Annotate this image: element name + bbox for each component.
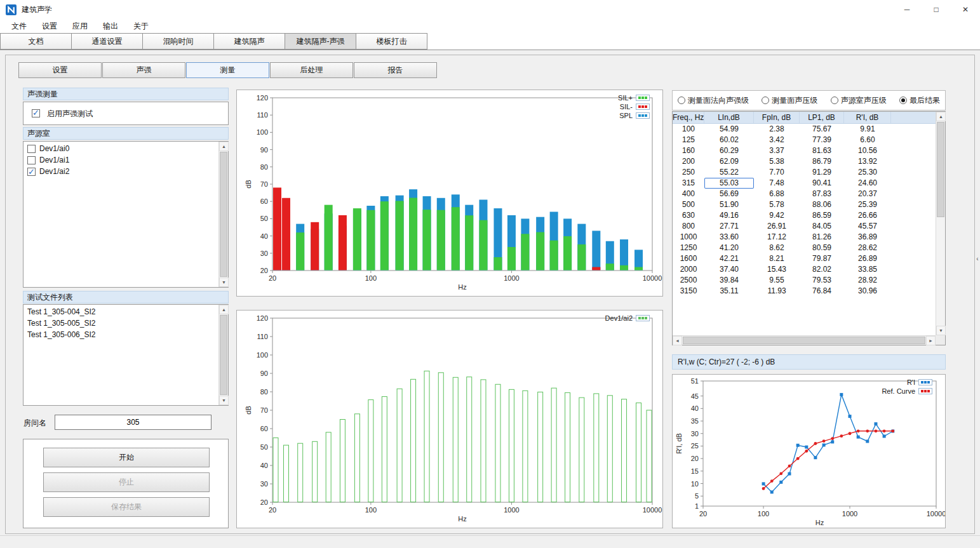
table-row[interactable]: 250039.849.5579.5328.92 (673, 275, 936, 286)
table-row[interactable]: 63049.169.4286.5926.66 (673, 210, 936, 221)
table-row[interactable]: 40056.696.8887.8320.37 (673, 189, 936, 199)
table-cell[interactable]: 79.87 (800, 253, 844, 264)
sub-tab-2[interactable]: 测量 (186, 62, 269, 78)
table-row[interactable]: 20062.095.3886.7913.92 (673, 156, 936, 167)
scrollbar-thumb[interactable] (937, 122, 944, 217)
column-header-3[interactable]: LP1, dB (800, 112, 844, 123)
table-cell[interactable]: 17.12 (754, 232, 800, 243)
table-cell[interactable]: 1600 (673, 253, 704, 264)
table-row[interactable]: 10054.992.3875.679.91 (673, 124, 936, 135)
table-cell[interactable]: 125 (673, 135, 704, 145)
table-cell[interactable]: 7.70 (754, 167, 800, 178)
scroll-up-icon[interactable] (219, 305, 229, 314)
menu-item-0[interactable]: 文件 (4, 19, 34, 33)
table-row[interactable]: 16060.293.3781.6310.56 (673, 145, 936, 156)
table-row[interactable]: 315035.1111.9376.8430.96 (673, 286, 936, 297)
scrollbar-vertical[interactable] (936, 112, 945, 335)
table-cell[interactable]: 28.92 (844, 275, 891, 286)
table-cell[interactable]: 79.53 (800, 275, 844, 286)
table-cell[interactable]: 88.06 (800, 199, 844, 210)
table-cell[interactable]: 13.92 (844, 156, 891, 167)
table-cell[interactable]: 87.83 (800, 189, 844, 199)
doc-tab-4[interactable]: 建筑隔声-声强 (285, 33, 356, 50)
radio-option-0[interactable]: 测量面法向声强级 (678, 95, 749, 106)
table-cell[interactable]: 315 (673, 178, 704, 189)
table-cell[interactable]: 55.03 (704, 178, 754, 189)
table-cell[interactable]: 28.62 (844, 243, 891, 253)
table-cell[interactable]: 500 (673, 199, 704, 210)
table-cell[interactable]: 86.59 (800, 210, 844, 221)
scrollbar-vertical[interactable] (218, 305, 228, 405)
table-cell[interactable]: 3.37 (754, 145, 800, 156)
sub-tab-1[interactable]: 声强 (102, 62, 185, 78)
collapse-panel-handle[interactable] (975, 251, 980, 267)
table-cell[interactable]: 86.79 (800, 156, 844, 167)
doc-tab-1[interactable]: 通道设置 (71, 33, 143, 50)
table-cell[interactable]: 26.89 (844, 253, 891, 264)
scrollbar-thumb[interactable] (220, 152, 227, 277)
menu-item-2[interactable]: 应用 (65, 19, 95, 33)
table-cell[interactable]: 60.02 (704, 135, 754, 145)
column-header-2[interactable]: FpIn, dB (754, 112, 800, 123)
channel-item-2[interactable]: Dev1/ai2 (24, 166, 218, 177)
scroll-right-icon[interactable] (926, 336, 936, 345)
channel-checkbox[interactable] (27, 145, 36, 153)
test-file-item-1[interactable]: Test 1_305-005_SI2 (24, 317, 218, 329)
scrollbar-vertical[interactable] (218, 142, 228, 287)
table-cell[interactable]: 60.29 (704, 145, 754, 156)
table-cell[interactable]: 26.66 (844, 210, 891, 221)
scroll-down-icon[interactable] (219, 396, 229, 405)
table-cell[interactable]: 56.69 (704, 189, 754, 199)
column-header-0[interactable]: Freq., Hz (673, 112, 704, 123)
table-cell[interactable]: 33.60 (704, 232, 754, 243)
maximize-button[interactable]: □ (922, 0, 951, 19)
table-cell[interactable]: 35.11 (704, 286, 754, 297)
table-cell[interactable]: 8.62 (754, 243, 800, 253)
table-cell[interactable]: 91.29 (800, 167, 844, 178)
test-file-item-2[interactable]: Test 1_305-006_SI2 (24, 329, 218, 340)
table-row[interactable]: 12560.023.4277.396.60 (673, 135, 936, 145)
table-cell[interactable]: 5.78 (754, 199, 800, 210)
table-cell[interactable]: 20.37 (844, 189, 891, 199)
table-cell[interactable]: 15.43 (754, 264, 800, 275)
table-cell[interactable]: 42.21 (704, 253, 754, 264)
channel-checkbox[interactable] (27, 156, 36, 164)
table-row[interactable]: 31555.037.4890.4124.60 (673, 178, 936, 189)
table-cell[interactable]: 90.41 (800, 178, 844, 189)
menu-item-3[interactable]: 输出 (95, 19, 126, 33)
table-cell[interactable]: 76.84 (800, 286, 844, 297)
table-cell[interactable]: 26.91 (754, 221, 800, 232)
radio-option-1[interactable]: 测量面声压级 (762, 95, 817, 106)
table-cell[interactable]: 100 (673, 124, 704, 135)
table-cell[interactable]: 75.67 (800, 124, 844, 135)
table-cell[interactable]: 630 (673, 210, 704, 221)
table-row[interactable]: 80027.7126.9184.0545.57 (673, 221, 936, 232)
menu-item-4[interactable]: 关于 (126, 19, 156, 33)
room-name-input[interactable] (55, 415, 211, 430)
sub-tab-3[interactable]: 后处理 (270, 62, 353, 78)
column-header-1[interactable]: LIn,dB (704, 112, 754, 123)
test-file-item-0[interactable]: Test 1_305-004_SI2 (24, 306, 218, 317)
table-cell[interactable]: 250 (673, 167, 704, 178)
save-result-button[interactable]: 保存结果 (43, 497, 210, 517)
table-cell[interactable]: 11.93 (754, 286, 800, 297)
scrollbar-horizontal[interactable] (673, 335, 936, 345)
column-header-4[interactable]: R'I, dB (844, 112, 891, 123)
close-button[interactable]: ✕ (951, 0, 980, 19)
table-cell[interactable]: 200 (673, 156, 704, 167)
radio-option-2[interactable]: 声源室声压级 (831, 95, 887, 106)
menu-item-1[interactable]: 设置 (34, 19, 65, 33)
table-cell[interactable]: 80.59 (800, 243, 844, 253)
table-cell[interactable]: 2500 (673, 275, 704, 286)
table-cell[interactable]: 77.39 (800, 135, 844, 145)
enable-intensity-checkbox[interactable] (32, 109, 40, 117)
table-cell[interactable]: 2000 (673, 264, 704, 275)
table-cell[interactable]: 1250 (673, 243, 704, 253)
table-cell[interactable]: 81.26 (800, 232, 844, 243)
table-cell[interactable]: 39.84 (704, 275, 754, 286)
table-cell[interactable]: 54.99 (704, 124, 754, 135)
table-cell[interactable]: 400 (673, 189, 704, 199)
stop-button[interactable]: 停止 (43, 472, 210, 492)
table-cell[interactable]: 36.89 (844, 232, 891, 243)
table-cell[interactable]: 81.63 (800, 145, 844, 156)
